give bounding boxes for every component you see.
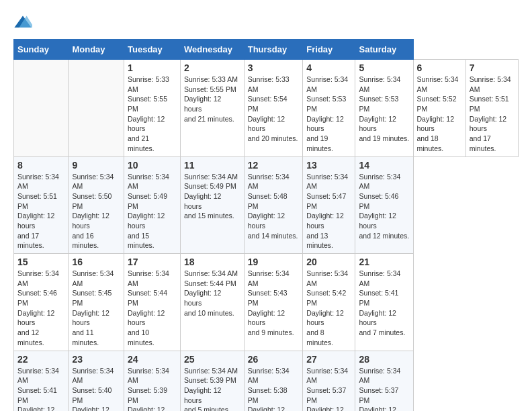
day-number: 28 (359, 354, 409, 365)
day-number: 13 (306, 160, 351, 171)
calendar-cell: 14Sunrise: 5:34 AMSunset: 5:46 PMDayligh… (355, 156, 413, 254)
day-number: 10 (128, 160, 177, 171)
day-detail: Sunrise: 5:34 AMSunset: 5:45 PMDaylight:… (72, 269, 120, 348)
day-detail: Sunrise: 5:34 AMSunset: 5:51 PMDaylight:… (470, 75, 515, 154)
weekday-wednesday: Wednesday (181, 40, 245, 60)
calendar-cell: 10Sunrise: 5:34 AMSunset: 5:49 PMDayligh… (124, 156, 181, 254)
day-detail: Sunrise: 5:34 AMSunset: 5:40 PMDaylight:… (72, 366, 120, 412)
day-detail: Sunrise: 5:34 AMSunset: 5:39 PMDaylight:… (128, 366, 177, 412)
day-number: 21 (359, 257, 409, 267)
calendar-cell: 12Sunrise: 5:34 AMSunset: 5:48 PMDayligh… (244, 156, 303, 254)
day-detail: Sunrise: 5:33 AMSunset: 5:55 PMDaylight:… (184, 75, 240, 124)
day-detail: Sunrise: 5:33 AMSunset: 5:54 PMDaylight:… (248, 75, 300, 144)
day-detail: Sunrise: 5:34 AMSunset: 5:44 PMDaylight:… (128, 269, 177, 348)
calendar-cell: 25Sunrise: 5:34 AMSunset: 5:39 PMDayligh… (181, 351, 245, 411)
calendar-cell: 17Sunrise: 5:34 AMSunset: 5:44 PMDayligh… (124, 254, 181, 351)
calendar-cell: 18Sunrise: 5:34 AMSunset: 5:44 PMDayligh… (181, 254, 245, 351)
week-row-1: 1Sunrise: 5:33 AMSunset: 5:55 PMDaylight… (14, 60, 519, 157)
day-number: 25 (184, 354, 240, 365)
calendar-cell: 21Sunrise: 5:34 AMSunset: 5:41 PMDayligh… (355, 254, 413, 351)
day-detail: Sunrise: 5:34 AMSunset: 5:43 PMDaylight:… (248, 269, 300, 338)
day-number: 22 (17, 354, 64, 365)
calendar-cell: 4Sunrise: 5:34 AMSunset: 5:53 PMDaylight… (303, 60, 355, 157)
calendar-cell (69, 60, 124, 157)
day-number: 24 (128, 354, 177, 365)
day-detail: Sunrise: 5:34 AMSunset: 5:41 PMDaylight:… (17, 366, 64, 412)
weekday-saturday: Saturday (355, 40, 413, 60)
day-number: 9 (72, 160, 120, 171)
calendar-cell: 1Sunrise: 5:33 AMSunset: 5:55 PMDaylight… (124, 60, 181, 157)
day-detail: Sunrise: 5:34 AMSunset: 5:44 PMDaylight:… (184, 269, 240, 318)
day-number: 27 (306, 354, 351, 365)
day-number: 17 (128, 257, 177, 267)
logo-icon (13, 13, 32, 32)
calendar-cell: 9Sunrise: 5:34 AMSunset: 5:50 PMDaylight… (69, 156, 124, 254)
day-detail: Sunrise: 5:34 AMSunset: 5:49 PMDaylight:… (184, 172, 240, 221)
calendar-cell: 5Sunrise: 5:34 AMSunset: 5:53 PMDaylight… (355, 60, 413, 157)
week-row-2: 8Sunrise: 5:34 AMSunset: 5:51 PMDaylight… (14, 156, 519, 254)
day-detail: Sunrise: 5:34 AMSunset: 5:46 PMDaylight:… (359, 172, 409, 241)
calendar-cell: 16Sunrise: 5:34 AMSunset: 5:45 PMDayligh… (69, 254, 124, 351)
day-number: 15 (17, 257, 64, 267)
calendar-cell: 11Sunrise: 5:34 AMSunset: 5:49 PMDayligh… (181, 156, 245, 254)
calendar-cell: 8Sunrise: 5:34 AMSunset: 5:51 PMDaylight… (14, 156, 69, 254)
calendar-cell: 26Sunrise: 5:34 AMSunset: 5:38 PMDayligh… (244, 351, 303, 411)
day-detail: Sunrise: 5:34 AMSunset: 5:46 PMDaylight:… (17, 269, 64, 348)
header (13, 13, 519, 32)
day-number: 16 (72, 257, 120, 267)
day-number: 5 (359, 62, 409, 73)
calendar-cell: 20Sunrise: 5:34 AMSunset: 5:42 PMDayligh… (303, 254, 355, 351)
calendar-cell: 19Sunrise: 5:34 AMSunset: 5:43 PMDayligh… (244, 254, 303, 351)
calendar-cell: 27Sunrise: 5:34 AMSunset: 5:37 PMDayligh… (303, 351, 355, 411)
day-detail: Sunrise: 5:34 AMSunset: 5:47 PMDaylight:… (306, 172, 351, 251)
weekday-friday: Friday (303, 40, 355, 60)
week-row-4: 22Sunrise: 5:34 AMSunset: 5:41 PMDayligh… (14, 351, 519, 411)
day-detail: Sunrise: 5:34 AMSunset: 5:49 PMDaylight:… (128, 172, 177, 251)
day-number: 26 (248, 354, 300, 365)
week-row-3: 15Sunrise: 5:34 AMSunset: 5:46 PMDayligh… (14, 254, 519, 351)
calendar-cell: 24Sunrise: 5:34 AMSunset: 5:39 PMDayligh… (124, 351, 181, 411)
day-detail: Sunrise: 5:33 AMSunset: 5:55 PMDaylight:… (128, 75, 177, 154)
logo (13, 13, 34, 32)
calendar-table: SundayMondayTuesdayWednesdayThursdayFrid… (13, 39, 519, 411)
day-detail: Sunrise: 5:34 AMSunset: 5:41 PMDaylight:… (359, 269, 409, 338)
weekday-tuesday: Tuesday (124, 40, 181, 60)
calendar-cell: 15Sunrise: 5:34 AMSunset: 5:46 PMDayligh… (14, 254, 69, 351)
day-number: 11 (184, 160, 240, 171)
calendar-cell: 6Sunrise: 5:34 AMSunset: 5:52 PMDaylight… (413, 60, 466, 157)
day-detail: Sunrise: 5:34 AMSunset: 5:37 PMDaylight:… (359, 366, 409, 412)
day-detail: Sunrise: 5:34 AMSunset: 5:39 PMDaylight:… (184, 366, 240, 412)
day-number: 7 (470, 62, 515, 73)
day-number: 8 (17, 160, 64, 171)
calendar-body: 1Sunrise: 5:33 AMSunset: 5:55 PMDaylight… (14, 60, 519, 412)
day-detail: Sunrise: 5:34 AMSunset: 5:42 PMDaylight:… (306, 269, 351, 348)
calendar-cell: 13Sunrise: 5:34 AMSunset: 5:47 PMDayligh… (303, 156, 355, 254)
day-number: 4 (306, 62, 351, 73)
calendar-cell: 3Sunrise: 5:33 AMSunset: 5:54 PMDaylight… (244, 60, 303, 157)
day-detail: Sunrise: 5:34 AMSunset: 5:50 PMDaylight:… (72, 172, 120, 251)
day-number: 12 (248, 160, 300, 171)
calendar-cell: 28Sunrise: 5:34 AMSunset: 5:37 PMDayligh… (355, 351, 413, 411)
calendar-cell (14, 60, 69, 157)
calendar-cell: 7Sunrise: 5:34 AMSunset: 5:51 PMDaylight… (466, 60, 518, 157)
day-detail: Sunrise: 5:34 AMSunset: 5:53 PMDaylight:… (359, 75, 409, 144)
day-number: 2 (184, 62, 240, 73)
calendar-cell: 23Sunrise: 5:34 AMSunset: 5:40 PMDayligh… (69, 351, 124, 411)
day-detail: Sunrise: 5:34 AMSunset: 5:53 PMDaylight:… (306, 75, 351, 154)
calendar-cell: 2Sunrise: 5:33 AMSunset: 5:55 PMDaylight… (181, 60, 245, 157)
day-detail: Sunrise: 5:34 AMSunset: 5:48 PMDaylight:… (248, 172, 300, 241)
day-detail: Sunrise: 5:34 AMSunset: 5:52 PMDaylight:… (417, 75, 462, 154)
day-number: 14 (359, 160, 409, 171)
day-number: 6 (417, 62, 462, 73)
day-number: 18 (184, 257, 240, 267)
day-number: 1 (128, 62, 177, 73)
weekday-sunday: Sunday (14, 40, 69, 60)
day-number: 19 (248, 257, 300, 267)
day-detail: Sunrise: 5:34 AMSunset: 5:38 PMDaylight:… (248, 366, 300, 412)
weekday-thursday: Thursday (244, 40, 303, 60)
weekday-monday: Monday (69, 40, 124, 60)
day-number: 20 (306, 257, 351, 267)
day-number: 23 (72, 354, 120, 365)
day-number: 3 (248, 62, 300, 73)
day-detail: Sunrise: 5:34 AMSunset: 5:51 PMDaylight:… (17, 172, 64, 251)
